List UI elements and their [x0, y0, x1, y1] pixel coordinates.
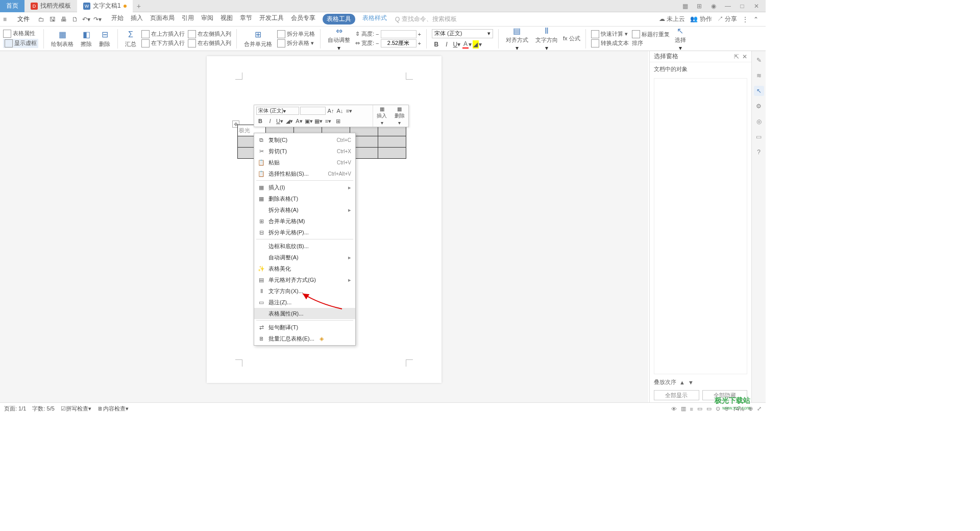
height-input[interactable]	[381, 30, 416, 38]
view-web-icon[interactable]: ▭	[697, 405, 702, 412]
cloud-status[interactable]: ☁ 未上云	[659, 15, 685, 23]
rib-delete[interactable]: ⊟删除	[97, 30, 112, 48]
menu-chapter[interactable]: 章节	[240, 14, 252, 25]
show-all-button[interactable]: 全部显示	[654, 390, 699, 400]
increase-font-icon[interactable]: A↑	[327, 107, 335, 115]
font-select[interactable]: 宋体 (正文)▾	[432, 29, 493, 38]
tab-home[interactable]: 首页	[0, 0, 24, 12]
coop-button[interactable]: 👥 协作	[690, 15, 712, 23]
align-icon[interactable]: ≡▾	[324, 117, 332, 125]
rib-width[interactable]: ⇔宽度: − +	[355, 39, 421, 47]
zoom-in-icon[interactable]: ⊕	[748, 405, 753, 412]
ctx-autofit[interactable]: 自动调整(A)▸	[254, 252, 355, 263]
preview-icon[interactable]: 🗋	[70, 15, 80, 24]
rib-totext[interactable]: 转换成文本	[591, 39, 629, 47]
side-book-icon[interactable]: ▭	[754, 132, 764, 142]
maximize-button[interactable]: □	[737, 3, 747, 10]
menu-member[interactable]: 会员专享	[291, 14, 315, 25]
border-icon[interactable]: ▦▾	[314, 117, 323, 125]
rib-sort[interactable]: 排序	[632, 39, 670, 47]
rib-select[interactable]: ↖选择▾	[673, 26, 688, 52]
merge-icon[interactable]: ⊞	[334, 117, 342, 125]
view-read-icon[interactable]: ▭	[706, 405, 712, 412]
rib-ins-above[interactable]: 在上方插入行	[141, 30, 185, 38]
mini-size-select[interactable]	[300, 107, 326, 115]
tab-document[interactable]: W文字文稿1	[77, 0, 133, 12]
width-input[interactable]	[381, 39, 416, 47]
side-location-icon[interactable]: ◎	[754, 116, 764, 127]
redo-icon[interactable]: ↷▾	[93, 15, 102, 24]
ctx-batch-sum[interactable]: 🗎批量汇总表格(E)...◈	[254, 333, 355, 344]
fill-icon[interactable]: ▣▾	[305, 117, 313, 125]
rib-autofit[interactable]: ⇔自动调整▾	[326, 26, 352, 52]
side-settings-icon[interactable]: ⚙	[754, 101, 764, 111]
hamburger-icon[interactable]: ≡	[3, 16, 12, 23]
ctx-split-table[interactable]: 拆分表格(A)▸	[254, 204, 355, 215]
expand-icon[interactable]: ⌃	[753, 16, 758, 23]
menu-dev[interactable]: 开发工具	[259, 14, 284, 25]
rib-table-props[interactable]: 表格属性	[3, 30, 38, 38]
close-pane-icon[interactable]: ✕	[742, 53, 747, 60]
print-icon[interactable]: 🖶	[59, 15, 68, 24]
ctx-table-props[interactable]: 表格属性(R)...	[254, 308, 355, 319]
fit-icon[interactable]: ⤢	[757, 405, 762, 412]
underline-icon[interactable]: U▾	[276, 117, 284, 125]
ctx-delete-table[interactable]: ▦删除表格(T)	[254, 193, 355, 204]
rib-height[interactable]: ⇕高度: − +	[355, 30, 421, 38]
ctx-split-cell[interactable]: ⊟拆分单元格(P)...	[254, 227, 355, 238]
ctx-paste[interactable]: 📋粘贴Ctrl+V	[254, 157, 355, 168]
status-page[interactable]: 页面: 1/1	[4, 405, 26, 413]
side-select-icon[interactable]: ↖	[754, 86, 764, 96]
highlight-icon[interactable]: ◢▾	[285, 117, 293, 125]
menu-view[interactable]: 视图	[220, 14, 233, 25]
rib-sum[interactable]: Σ汇总	[123, 30, 138, 48]
command-search[interactable]: Q 查找命令、搜索模板	[395, 15, 457, 23]
side-style-icon[interactable]: ≋	[754, 70, 764, 81]
undo-icon[interactable]: ↶▾	[82, 15, 91, 24]
ctx-beautify[interactable]: ✨表格美化	[254, 263, 355, 274]
minimize-button[interactable]: —	[723, 3, 733, 10]
menu-start[interactable]: 开始	[111, 14, 124, 25]
side-help-icon[interactable]: ?	[754, 147, 764, 157]
save-icon[interactable]: 🖫	[48, 15, 57, 24]
tab-add[interactable]: +	[133, 0, 145, 12]
rib-textdir[interactable]: Ⅱ文字方向▾	[533, 26, 560, 52]
view-outline-icon[interactable]: ≡	[690, 406, 693, 412]
menu-table-tools[interactable]: 表格工具	[323, 14, 355, 25]
ctx-translate[interactable]: ⇄短句翻译(T)	[254, 322, 355, 333]
focus-icon[interactable]: ⊙	[716, 405, 720, 412]
rib-merge[interactable]: ⊞合并单元格	[242, 30, 274, 48]
fontcolor-icon[interactable]: A▾	[295, 117, 303, 125]
more-icon[interactable]: ⋮	[742, 16, 748, 23]
rib-erase[interactable]: ◧擦除	[79, 30, 94, 48]
ctx-cell-align[interactable]: ▤单元格对齐方式(G)▸	[254, 274, 355, 285]
user-avatar-icon[interactable]: ◉	[708, 3, 719, 10]
eye-icon[interactable]: 👁	[671, 406, 677, 412]
ctx-copy[interactable]: ⧉复制(C)Ctrl+C	[254, 134, 355, 146]
hide-all-button[interactable]: 全部隐藏	[702, 390, 748, 400]
ctx-insert[interactable]: ▦插入(I)▸	[254, 182, 355, 193]
page[interactable]: ✥ 极光 宋体 (正文) ▾ A↑ A↓ ≡▾ B I U▾ ◢▾	[207, 56, 442, 383]
view-page-icon[interactable]: ▥	[681, 405, 686, 412]
ctx-caption[interactable]: ▭题注(Z)...	[254, 297, 355, 308]
zoom-out-icon[interactable]: ⊖	[724, 405, 729, 412]
rib-fx[interactable]: fx 公式	[563, 35, 580, 42]
linespacing-icon[interactable]: ≡▾	[345, 107, 353, 115]
rib-draw-table[interactable]: ▦绘制表格	[49, 30, 76, 48]
highlight-button[interactable]: ◢▾	[473, 40, 482, 49]
ctx-paste-special[interactable]: 📋选择性粘贴(S)...Ctrl+Alt+V	[254, 168, 355, 179]
underline-button[interactable]: U▾	[452, 40, 461, 49]
menu-insert[interactable]: 插入	[131, 14, 143, 25]
rib-show-vframe[interactable]: 显示虚框	[3, 39, 38, 48]
close-button[interactable]: ✕	[751, 3, 762, 10]
bold-icon[interactable]: B	[256, 117, 264, 125]
rib-split-table[interactable]: 拆分表格▾	[277, 39, 315, 47]
rib-quickcalc[interactable]: 快速计算▾	[591, 30, 629, 38]
mini-insert-button[interactable]: ▦插入▾	[373, 105, 391, 127]
rib-ins-right[interactable]: 在右侧插入列	[188, 39, 231, 47]
mini-delete-button[interactable]: ▦删除▾	[391, 105, 409, 127]
rib-headrepeat[interactable]: 标题行重复	[632, 30, 670, 38]
rib-ins-below[interactable]: 在下方插入行	[141, 39, 185, 47]
decrease-font-icon[interactable]: A↓	[336, 107, 344, 115]
italic-icon[interactable]: I	[266, 117, 274, 125]
